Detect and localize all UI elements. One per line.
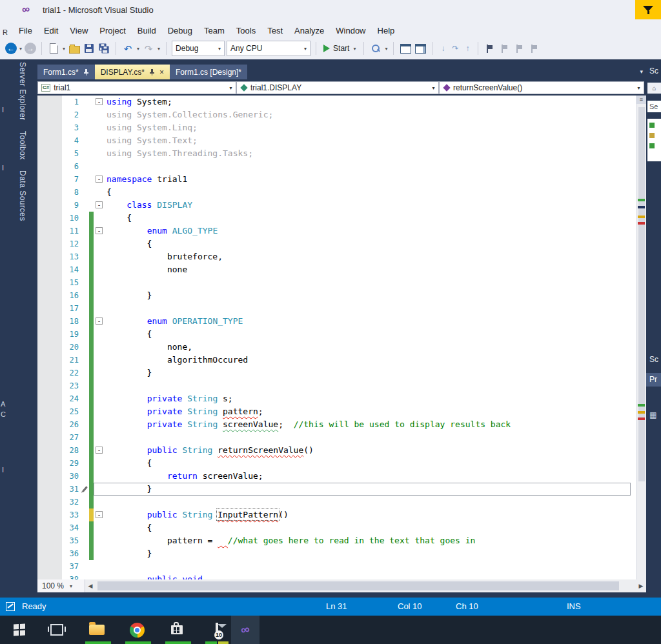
properties-header-fragment[interactable]: Pr	[646, 373, 661, 387]
code-line[interactable]: 3using System.Linq;	[37, 121, 636, 134]
outlining-margin[interactable]	[94, 367, 107, 379]
code-text[interactable]: public void	[107, 573, 636, 579]
redo-dropdown[interactable]: ▾	[158, 46, 160, 52]
tree-fragment[interactable]	[647, 119, 661, 161]
outlining-margin[interactable]	[94, 431, 107, 444]
code-text[interactable]: }	[107, 547, 636, 560]
code-text[interactable]: }	[107, 289, 636, 302]
code-line[interactable]: 31 }	[37, 483, 636, 496]
code-text[interactable]: namespace trial1	[107, 173, 636, 186]
code-line[interactable]: 29 {	[37, 457, 636, 470]
code-text[interactable]: }	[107, 367, 636, 379]
code-text[interactable]: public String returnScreenValue()	[107, 444, 636, 457]
breakpoint-margin[interactable]	[37, 547, 62, 560]
code-line[interactable]: 4using System.Text;	[37, 134, 636, 147]
breakpoint-margin[interactable]	[37, 276, 62, 289]
breakpoint-margin[interactable]	[37, 508, 62, 521]
breakpoint-margin[interactable]	[37, 134, 62, 147]
code-line[interactable]: 36 }	[37, 547, 636, 560]
collapse-box-icon[interactable]: -	[96, 227, 103, 234]
outlining-margin[interactable]	[94, 457, 107, 470]
outlining-margin[interactable]	[94, 354, 107, 367]
code-text[interactable]	[107, 276, 636, 289]
outlining-margin[interactable]	[94, 521, 107, 534]
code-line[interactable]: 24 private String s;	[37, 392, 636, 405]
outlining-margin[interactable]	[94, 108, 107, 121]
type-combo[interactable]: trial1.DISPLAY ▾	[236, 81, 439, 94]
code-text[interactable]: private String s;	[107, 392, 636, 405]
outlining-margin[interactable]	[94, 302, 107, 315]
code-line[interactable]: 13 bruteforce,	[37, 250, 636, 263]
outlining-margin[interactable]: -	[94, 444, 107, 457]
outlining-margin[interactable]	[94, 341, 107, 354]
outlining-margin[interactable]	[94, 276, 107, 289]
breakpoint-margin[interactable]	[37, 405, 62, 418]
breakpoint-margin[interactable]	[37, 263, 62, 276]
breakpoint-margin[interactable]	[37, 483, 62, 496]
code-text[interactable]: enum OPERATION_TYPE	[107, 315, 636, 328]
code-text[interactable]: private String pattern;	[107, 405, 636, 418]
code-line[interactable]: 23	[37, 379, 636, 392]
outlining-margin[interactable]: -	[94, 173, 107, 186]
sidebar-tab-data-sources[interactable]: Data Sources	[18, 170, 27, 221]
code-line[interactable]: 35 pattern = //what goes here to read in…	[37, 534, 636, 547]
code-line[interactable]: 28- public String returnScreenValue()	[37, 444, 636, 457]
splitter-handle[interactable]: ≡	[636, 96, 646, 104]
mail-button[interactable]: 10	[203, 616, 231, 644]
tab-form1-cs-[interactable]: Form1.cs*	[37, 65, 95, 79]
code-text[interactable]: {	[107, 457, 636, 470]
code-line[interactable]: 18- enum OPERATION_TYPE	[37, 315, 636, 328]
title-bar[interactable]: ∞ trial1 - Microsoft Visual Studio	[0, 0, 661, 19]
menu-build[interactable]: Build	[132, 24, 162, 37]
sidebar-tab-toolbox[interactable]: Toolbox	[18, 131, 27, 160]
code-text[interactable]	[107, 431, 636, 444]
panel-toolbar-button[interactable]: ⌂	[647, 83, 661, 94]
code-text[interactable]: none	[107, 263, 636, 276]
new-file-dropdown[interactable]: ▾	[63, 46, 65, 52]
microsoft-store-button[interactable]	[163, 616, 191, 644]
code-line[interactable]: 22 }	[37, 367, 636, 379]
find-in-files-button[interactable]	[369, 42, 382, 55]
code-text[interactable]: enum ALGO_TYPE	[107, 225, 636, 237]
breakpoint-margin[interactable]	[37, 534, 62, 547]
clear-bookmarks-button[interactable]	[528, 42, 541, 55]
code-text[interactable]: return screenValue;	[107, 470, 636, 483]
breakpoint-margin[interactable]	[37, 199, 62, 212]
project-combo[interactable]: C# trial1 ▾	[37, 81, 236, 94]
pin-icon[interactable]	[83, 68, 89, 76]
collapse-box-icon[interactable]: -	[96, 201, 103, 208]
file-explorer-button[interactable]	[83, 616, 111, 644]
hscroll-right-arrow[interactable]: ▶	[636, 583, 646, 589]
member-combo[interactable]: returnScreenValue() ▾	[439, 81, 644, 94]
code-line[interactable]: 14 none	[37, 263, 636, 276]
document-list-dropdown[interactable]: ▾	[640, 68, 643, 75]
menu-edit[interactable]: Edit	[38, 24, 64, 37]
vertical-scrollbar-thumb[interactable]	[638, 107, 645, 481]
code-line[interactable]: 15	[37, 276, 636, 289]
code-line[interactable]: 10 {	[37, 212, 636, 225]
code-text[interactable]: pattern = //what goes here to read in th…	[107, 534, 636, 547]
breakpoint-margin[interactable]	[37, 186, 62, 199]
collapse-box-icon[interactable]: -	[96, 511, 103, 518]
editor-horizontal-scrollbar[interactable]	[96, 579, 636, 592]
outlining-margin[interactable]	[94, 379, 107, 392]
outlining-margin[interactable]	[94, 573, 107, 579]
breakpoint-margin[interactable]	[37, 379, 62, 392]
code-text[interactable]: private String screenValue; //this will …	[107, 418, 636, 431]
code-line[interactable]: 19 {	[37, 328, 636, 341]
new-file-button[interactable]	[47, 42, 60, 55]
code-text[interactable]: {	[107, 186, 636, 199]
code-line[interactable]: 11- enum ALGO_TYPE	[37, 225, 636, 237]
code-editor[interactable]: 1-using System;2using System.Collections…	[37, 96, 636, 579]
code-text[interactable]	[107, 302, 636, 315]
code-text[interactable]: algorithmOccured	[107, 354, 636, 367]
code-line[interactable]: 2using System.Collections.Generic;	[37, 108, 636, 121]
menu-team[interactable]: Team	[198, 24, 230, 37]
properties-window-toggle-button[interactable]	[414, 42, 427, 55]
outlining-margin[interactable]: -	[94, 199, 107, 212]
breakpoint-margin[interactable]	[37, 225, 62, 237]
next-bookmark-button[interactable]	[513, 42, 526, 55]
menu-analyze[interactable]: Analyze	[289, 24, 330, 37]
breakpoint-margin[interactable]	[37, 354, 62, 367]
hscroll-left-arrow[interactable]: ◀	[85, 583, 96, 589]
